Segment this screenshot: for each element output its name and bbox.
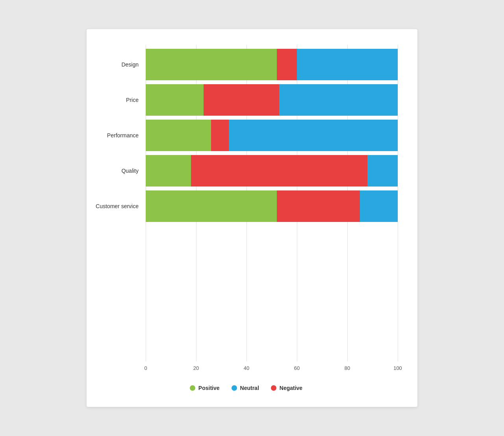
bar-segment-negative — [204, 84, 279, 116]
legend-label-neutral: Neutral — [240, 385, 259, 391]
bar-track — [146, 49, 398, 80]
legend-item-neutral: Neutral — [232, 385, 259, 391]
bar-track — [146, 84, 398, 116]
legend-dot-neutral — [232, 385, 237, 391]
bar-row: Performance — [94, 120, 398, 151]
bar-row: Design — [94, 49, 398, 80]
bar-label: Customer service — [94, 203, 146, 209]
x-tick: 80 — [345, 365, 350, 371]
bar-segment-negative — [191, 155, 367, 187]
bar-label: Design — [94, 61, 146, 68]
bar-segment-positive — [146, 84, 204, 116]
bar-track — [146, 155, 398, 187]
bar-segment-positive — [146, 49, 277, 80]
legend-dot-positive — [190, 385, 195, 391]
bar-segment-neutral — [367, 155, 398, 187]
bar-label: Price — [94, 97, 146, 103]
legend-item-negative: Negative — [271, 385, 302, 391]
bar-track — [146, 120, 398, 151]
x-tick: 0 — [144, 365, 147, 371]
bar-segment-neutral — [229, 120, 398, 151]
legend-label-positive: Positive — [198, 385, 220, 391]
bars-wrapper: DesignPricePerformanceQualityCustomer se… — [94, 49, 398, 222]
bar-segment-neutral — [297, 49, 398, 80]
x-axis: 020406080100 — [146, 365, 398, 377]
bar-track — [146, 190, 398, 222]
legend: PositiveNeutralNegative — [94, 385, 398, 391]
bar-segment-positive — [146, 190, 277, 222]
x-axis-area: 020406080100 — [94, 365, 398, 377]
bar-segment-positive — [146, 155, 191, 187]
x-tick: 100 — [393, 365, 402, 371]
x-tick: 40 — [244, 365, 249, 371]
bar-row: Quality — [94, 155, 398, 187]
x-axis-spacer — [94, 365, 146, 377]
bar-row: Customer service — [94, 190, 398, 222]
bar-segment-negative — [277, 190, 360, 222]
bar-segment-negative — [211, 120, 229, 151]
x-tick: 60 — [294, 365, 300, 371]
bar-label: Performance — [94, 132, 146, 139]
legend-item-positive: Positive — [190, 385, 220, 391]
bars-and-grid: DesignPricePerformanceQualityCustomer se… — [94, 45, 398, 361]
legend-label-negative: Negative — [280, 385, 302, 391]
chart-container: DesignPricePerformanceQualityCustomer se… — [87, 29, 417, 407]
bar-segment-positive — [146, 120, 211, 151]
legend-dot-negative — [271, 385, 276, 391]
bar-segment-neutral — [279, 84, 398, 116]
bar-row: Price — [94, 84, 398, 116]
chart-body: DesignPricePerformanceQualityCustomer se… — [94, 45, 398, 377]
bar-label: Quality — [94, 168, 146, 174]
bar-segment-negative — [277, 49, 297, 80]
grid-line — [398, 45, 398, 361]
bar-segment-neutral — [360, 190, 398, 222]
x-tick: 20 — [193, 365, 199, 371]
